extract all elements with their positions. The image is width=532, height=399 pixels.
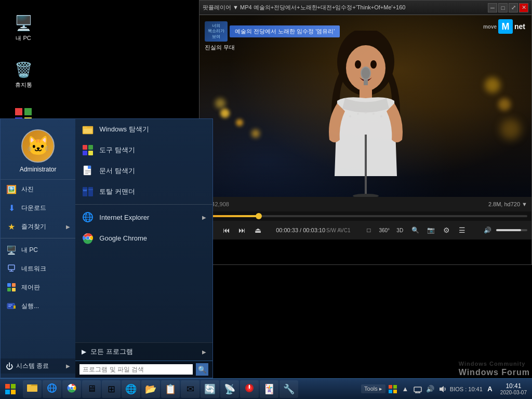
progress-track[interactable] <box>204 215 527 217</box>
desktop-icon-recycle-bin[interactable]: 🗑️ 휴지통 <box>5 57 42 91</box>
search-button[interactable]: 🔍 <box>196 363 208 376</box>
start-right-favorites[interactable]: ★ 즐겨찾기 ▶ <box>1 217 75 236</box>
taskbar-item-ie[interactable] <box>43 380 61 398</box>
progress-bar-container[interactable] <box>200 211 531 221</box>
desktop: 🖥️ 내 PC 🗑️ 휴지통 내 도구 팟플레이어 ▼ <box>0 0 532 399</box>
taskbar-grid-icon: ⊞ <box>108 383 115 395</box>
next-button[interactable]: ⏭ <box>235 223 249 237</box>
video-area[interactable]: move M net 너의 목소리가 보여 예술의 전당에서 노래한 임수정 '… <box>200 15 531 197</box>
start-right-photos[interactable]: 🖼️ 사진 <box>1 180 75 198</box>
svg-point-14 <box>380 115 382 117</box>
run-icon <box>6 300 17 312</box>
svg-rect-70 <box>414 387 421 392</box>
svg-rect-19 <box>365 135 367 197</box>
tray-expand-icon[interactable]: ▲ <box>400 384 410 394</box>
start-item-chrome[interactable]: Google Chrome <box>75 228 212 248</box>
all-programs-label: 모든 프로그램 <box>90 347 133 356</box>
start-right-run[interactable]: 실행... <box>1 297 75 315</box>
volume-fill <box>496 229 521 231</box>
taskbar-item-chrome[interactable] <box>62 380 81 398</box>
start-right-mypc[interactable]: 🖥️ 내 PC <box>1 241 75 259</box>
svg-rect-69 <box>393 390 397 393</box>
tray-area: Tools ▸ ▲ <box>361 382 532 395</box>
close-button[interactable]: ✕ <box>519 3 528 12</box>
svg-point-52 <box>86 236 89 240</box>
capture-button[interactable]: 📷 <box>424 223 438 237</box>
taskbar-item-tools[interactable]: 🔧 <box>280 380 298 398</box>
taskbar-item-app4[interactable]: 📡 <box>220 380 239 398</box>
taskbar-item-ie2[interactable]: 🌐 <box>122 380 140 398</box>
zoom-button[interactable]: 🔍 <box>408 223 423 237</box>
taskbar-game-icon: 🃏 <box>263 383 275 395</box>
taskbar-item-game[interactable]: 🃏 <box>260 380 278 398</box>
taskbar-item-explorer[interactable] <box>23 380 42 398</box>
start-right-network[interactable]: 네트워크 <box>1 259 75 278</box>
stage-light-5 <box>485 77 500 93</box>
progress-thumb[interactable] <box>256 213 262 219</box>
taskbar-item-app3[interactable]: 🔄 <box>201 380 219 398</box>
downloads-icon: ⬇ <box>6 202 17 214</box>
tools-explorer-icon <box>82 144 94 156</box>
clock-time: 10:41 <box>506 382 521 390</box>
restore-button[interactable]: □ <box>498 3 508 12</box>
player-title: 팟플레이어 ▼ MP4 예술의+전당에서+노래한+대전+임수정+'Think+O… <box>203 4 488 11</box>
start-item-ie[interactable]: Internet Explorer ▶ <box>75 207 212 228</box>
windows-flag-tray[interactable] <box>388 384 398 394</box>
ie-arrow: ▶ <box>202 215 206 220</box>
controls-info-bar: 7,742,908 2.8M, hd720 ▼ <box>200 197 531 211</box>
start-right-control-panel[interactable]: 제어판 <box>1 278 75 297</box>
start-right-downloads[interactable]: ⬇ 다운로드 <box>1 198 75 217</box>
speaker-tray-icon[interactable] <box>437 384 448 394</box>
taskbar-item-grid[interactable]: ⊞ <box>102 380 121 398</box>
photos-icon: 🖼️ <box>6 183 17 195</box>
cat-icon: 🐱 <box>26 135 50 157</box>
360-button[interactable]: 360° <box>377 223 392 237</box>
search-input[interactable] <box>79 364 193 375</box>
chrome-icon <box>82 232 94 244</box>
start-item-docs-explorer[interactable]: 문서 탐색기 <box>75 161 212 181</box>
svg-point-10 <box>349 115 351 117</box>
tools-tray-label[interactable]: Tools ▸ <box>361 384 385 393</box>
settings-button[interactable]: ⚙ <box>440 223 454 237</box>
favorites-icon: ★ <box>6 221 17 232</box>
svg-rect-46 <box>83 190 87 191</box>
3d-button[interactable]: 3D <box>393 223 407 237</box>
menu-button[interactable]: ☰ <box>455 223 470 237</box>
maximize-button[interactable]: ⤢ <box>509 3 518 12</box>
user-area: 🐱 Administrator <box>1 123 75 180</box>
volume-tray-icon[interactable]: 🔊 <box>425 384 435 394</box>
clock-area[interactable]: 10:41 2020-03-07 <box>497 382 530 395</box>
taskbar-item-email[interactable]: ✉ <box>181 380 200 398</box>
minimize-button[interactable]: ─ <box>488 3 497 12</box>
svg-point-12 <box>365 112 367 114</box>
windows-explorer-icon <box>82 123 94 136</box>
user-avatar[interactable]: 🐱 <box>21 129 55 163</box>
start-item-total-commander[interactable]: 토탈 커맨더 <box>75 181 212 202</box>
start-item-tools-explorer[interactable]: 도구 탐색기 <box>75 140 212 161</box>
mypc-right-icon: 🖥️ <box>6 244 17 256</box>
taskbar-item-monitor[interactable]: 🖥 <box>82 380 101 398</box>
taskbar-item-app2[interactable]: 📋 <box>161 380 180 398</box>
right-separator <box>1 238 75 238</box>
volume-icon-button[interactable]: 🔊 <box>481 223 495 237</box>
favorites-arrow: ▶ <box>66 224 70 230</box>
subtitles-button[interactable]: □ <box>362 223 376 237</box>
prev-button[interactable]: ⏮ <box>219 223 234 237</box>
network-tray-icon[interactable] <box>413 384 423 394</box>
performer-figure <box>293 31 438 197</box>
all-programs-button[interactable]: ▶ 모든 프로그램 ▶ <box>75 342 212 361</box>
eject-button[interactable]: ⏏ <box>250 223 265 237</box>
mnet-m-logo: M <box>498 19 513 34</box>
taskbar-email-icon: ✉ <box>187 383 194 395</box>
svg-rect-67 <box>393 385 397 389</box>
volume-slider[interactable] <box>496 229 527 231</box>
taskbar-item-files[interactable]: 📂 <box>141 380 160 398</box>
shutdown-row[interactable]: ⏻ 시스템 종료 ▶ <box>1 358 75 374</box>
start-item-windows-explorer[interactable]: Windows 탐색기 <box>75 119 212 140</box>
language-indicator[interactable]: A <box>485 385 495 393</box>
taskbar-item-power[interactable] <box>240 380 259 398</box>
player-titlebar: 팟플레이어 ▼ MP4 예술의+전당에서+노래한+대전+임수정+'Think+O… <box>200 1 531 15</box>
taskbar-items: 🖥 ⊞ 🌐 📂 📋 ✉ 🔄 <box>21 379 300 399</box>
start-button[interactable] <box>0 379 21 400</box>
desktop-icon-my-pc[interactable]: 🖥️ 내 PC <box>5 10 42 44</box>
